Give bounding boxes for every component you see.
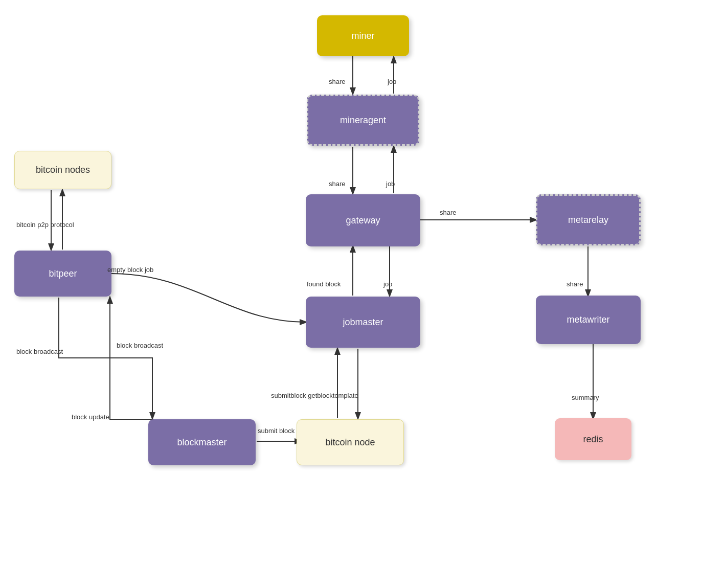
mineragent-node: mineragent xyxy=(307,95,419,146)
bitcoin-nodes-node: bitcoin nodes xyxy=(14,151,111,189)
label-share-gateway: share xyxy=(440,209,457,216)
label-block-broadcast-left: block broadcast xyxy=(117,342,163,349)
label-share-top: share xyxy=(329,78,346,85)
gateway-node: gateway xyxy=(306,194,420,246)
label-bitcoin-p2p: bitcoin p2p protocol xyxy=(16,221,74,229)
label-block-broadcast-right: block broadcast xyxy=(16,348,63,355)
metarelay-node: metarelay xyxy=(536,194,641,245)
label-job-gateway: job xyxy=(383,280,392,288)
label-share-meta: share xyxy=(567,280,583,288)
architecture-diagram: miner mineragent gateway jobmaster block… xyxy=(0,0,724,588)
label-share-mid: share xyxy=(329,180,346,188)
label-submitblock-gbt: submitblock getblocktemplate xyxy=(271,392,358,399)
label-found-block: found block xyxy=(307,280,341,288)
label-submit-block: submit block xyxy=(258,427,295,435)
jobmaster-node: jobmaster xyxy=(306,297,420,348)
metawriter-node: metawriter xyxy=(536,296,641,344)
miner-node: miner xyxy=(317,15,409,56)
blockmaster-node: blockmaster xyxy=(148,419,256,465)
bitpeer-node: bitpeer xyxy=(14,251,111,297)
label-job-mid: job xyxy=(386,180,395,188)
label-summary: summary xyxy=(572,394,599,401)
redis-node: redis xyxy=(555,418,631,460)
bitcoin-node-single: bitcoin node xyxy=(297,419,404,465)
label-block-update: block update xyxy=(72,413,109,421)
label-job-top: job xyxy=(388,78,396,85)
label-empty-block-job: empty block job xyxy=(107,266,153,274)
